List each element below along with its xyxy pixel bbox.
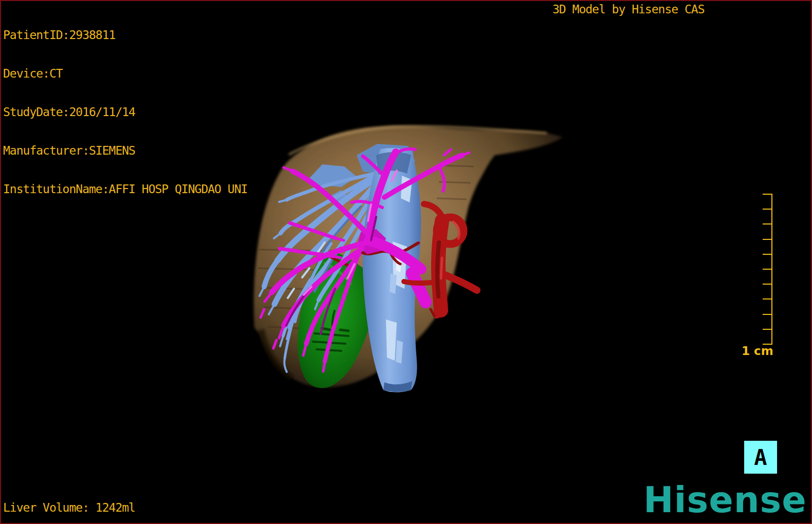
3d-viewport[interactable]: 1 cm PatientID:2938811 Device:CT StudyDa… [0, 0, 812, 524]
study-date-text: StudyDate:2016/11/14 [3, 106, 247, 119]
scale-bar-label: 1 cm [742, 344, 773, 358]
scale-bar-ticks [763, 194, 772, 344]
institution-text: InstitutionName:AFFI HOSP QINGDAO UNI [3, 183, 247, 196]
scale-bar: 1 cm [742, 194, 773, 358]
orientation-marker: A [744, 441, 777, 474]
device-text: Device:CT [3, 67, 247, 80]
manufacturer-text: Manufacturer:SIEMENS [3, 144, 247, 157]
patient-info-block: PatientID:2938811 Device:CT StudyDate:20… [3, 3, 247, 221]
liver-volume-text: Liver Volume: 1242ml [3, 501, 135, 514]
patient-id-text: PatientID:2938811 [3, 29, 247, 42]
hisense-logo: Hisense [643, 482, 807, 518]
app-title: 3D Model by Hisense CAS [552, 3, 705, 16]
